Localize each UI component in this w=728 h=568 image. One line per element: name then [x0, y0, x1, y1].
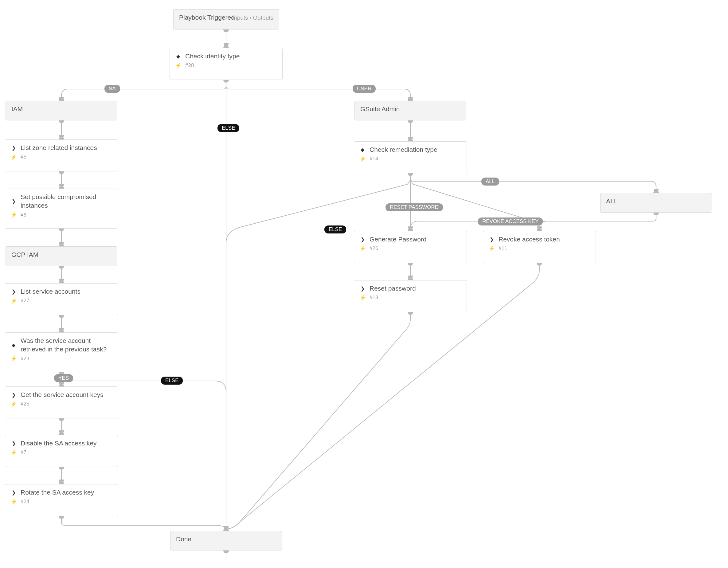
task-id: #29 — [21, 356, 29, 362]
node-title: Was the service account retrieved in the… — [21, 336, 110, 354]
branch-reset-password: RESET PASSWORD — [386, 203, 443, 211]
task-id: #6 — [21, 212, 26, 218]
port-icon — [59, 98, 64, 101]
port-icon — [408, 173, 413, 176]
task-id: #24 — [21, 499, 29, 505]
port-icon — [59, 171, 64, 174]
branch-else: ELSE — [161, 377, 183, 385]
node-set-compromised[interactable]: ❯Set possible compromised instances ⚡#6 — [5, 189, 118, 229]
task-id: #25 — [21, 401, 29, 407]
node-title: List service accounts — [21, 287, 80, 296]
port-icon — [223, 45, 229, 48]
node-revoke-access-token[interactable]: ❯Revoke access token ⚡#11 — [483, 231, 596, 263]
playbook-canvas: Playbook Triggered Inputs / Outputs ◆Che… — [0, 0, 728, 568]
port-icon — [408, 263, 413, 266]
chevron-icon: ❯ — [360, 237, 365, 242]
port-icon — [59, 516, 64, 519]
node-title: Done — [176, 535, 191, 543]
node-generate-password[interactable]: ❯Generate Password ⚡#26 — [354, 231, 467, 263]
port-icon — [59, 229, 64, 231]
bolt-icon: ⚡ — [360, 295, 365, 300]
chevron-icon: ❯ — [11, 145, 16, 151]
node-title: List zone related instances — [21, 143, 97, 152]
node-gcpiam-header[interactable]: GCP IAM — [6, 246, 117, 266]
bolt-icon: ⚡ — [360, 156, 365, 162]
port-icon — [59, 244, 64, 246]
port-icon — [408, 120, 413, 123]
port-icon — [223, 29, 229, 32]
port-icon — [59, 330, 64, 332]
node-list-service-accounts[interactable]: ❯List service accounts ⚡#27 — [5, 283, 118, 315]
node-title: GCP IAM — [11, 250, 38, 259]
node-gsuite-header[interactable]: GSuite Admin — [354, 101, 466, 120]
port-icon — [59, 186, 64, 189]
port-icon — [59, 384, 64, 386]
task-id: #14 — [370, 156, 378, 162]
node-reset-password[interactable]: ❯Reset password ⚡#13 — [354, 280, 467, 312]
branch-else: ELSE — [324, 225, 346, 233]
node-title: ALL — [606, 197, 617, 206]
chevron-icon: ❯ — [11, 490, 16, 495]
node-title: Check identity type — [185, 52, 240, 61]
port-icon — [408, 312, 413, 315]
task-id: #5 — [21, 154, 26, 160]
node-check-identity[interactable]: ◆Check identity type ⚡#28 — [170, 48, 283, 80]
task-id: #28 — [185, 62, 194, 69]
node-title: Check remediation type — [370, 145, 437, 154]
node-rotate-sa-key[interactable]: ❯Rotate the SA access key ⚡#24 — [5, 484, 118, 516]
chevron-icon: ❯ — [11, 392, 16, 398]
diamond-icon: ◆ — [360, 147, 365, 152]
port-icon — [59, 280, 64, 283]
port-icon — [59, 137, 64, 139]
node-disable-sa-key[interactable]: ❯Disable the SA access key ⚡#7 — [5, 435, 118, 467]
port-icon — [59, 467, 64, 470]
bolt-icon: ⚡ — [11, 356, 16, 362]
bolt-icon: ⚡ — [11, 499, 16, 504]
port-icon — [653, 190, 659, 193]
chevron-icon: ❯ — [11, 441, 16, 446]
node-done[interactable]: Done — [170, 531, 282, 550]
node-title: Rotate the SA access key — [21, 488, 94, 497]
node-trigger[interactable]: Playbook Triggered Inputs / Outputs — [173, 9, 279, 29]
branch-yes: YES — [54, 374, 73, 382]
chevron-icon: ❯ — [11, 198, 16, 204]
node-title: Set possible compromised instances — [21, 193, 107, 210]
node-all-header[interactable]: ALL — [600, 193, 712, 213]
node-list-zone-instances[interactable]: ❯List zone related instances ⚡#5 — [5, 139, 118, 171]
node-was-sa-retrieved[interactable]: ◆Was the service account retrieved in th… — [5, 332, 118, 372]
node-iam-header[interactable]: IAM — [6, 101, 117, 120]
port-icon — [223, 80, 229, 83]
port-icon — [408, 228, 413, 231]
port-icon — [537, 263, 542, 266]
node-title: Disable the SA access key — [21, 439, 96, 448]
bolt-icon: ⚡ — [360, 246, 365, 251]
task-id: #7 — [21, 449, 26, 456]
node-title: Get the service account keys — [21, 390, 104, 399]
branch-all: ALL — [481, 178, 499, 186]
port-icon — [59, 120, 64, 123]
task-id: #27 — [21, 298, 29, 304]
branch-revoke-access-key: REVOKE ACCESS KEY — [478, 217, 543, 225]
port-icon — [223, 528, 229, 531]
branch-sa: SA — [104, 85, 120, 93]
node-title: Playbook Triggered — [179, 13, 235, 22]
node-get-sa-keys[interactable]: ❯Get the service account keys ⚡#25 — [5, 386, 118, 418]
branch-user: USER — [353, 85, 376, 93]
bolt-icon: ⚡ — [11, 154, 16, 160]
node-title: Reset password — [370, 284, 416, 293]
bolt-icon: ⚡ — [11, 450, 16, 455]
node-title: Revoke access token — [499, 235, 560, 244]
branch-else: ELSE — [217, 124, 239, 132]
task-id: #11 — [499, 245, 507, 252]
node-title: GSuite Admin — [360, 105, 400, 113]
node-check-remediation[interactable]: ◆Check remediation type ⚡#14 — [354, 141, 467, 173]
bolt-icon: ⚡ — [489, 246, 494, 251]
diamond-icon: ◆ — [11, 342, 16, 348]
bolt-icon: ⚡ — [11, 401, 16, 407]
port-icon — [59, 481, 64, 484]
chevron-icon: ❯ — [360, 286, 365, 291]
diamond-icon: ◆ — [175, 53, 181, 59]
inputs-outputs-link[interactable]: Inputs / Outputs — [232, 14, 273, 21]
node-title: Generate Password — [370, 235, 427, 244]
port-icon — [653, 213, 659, 215]
